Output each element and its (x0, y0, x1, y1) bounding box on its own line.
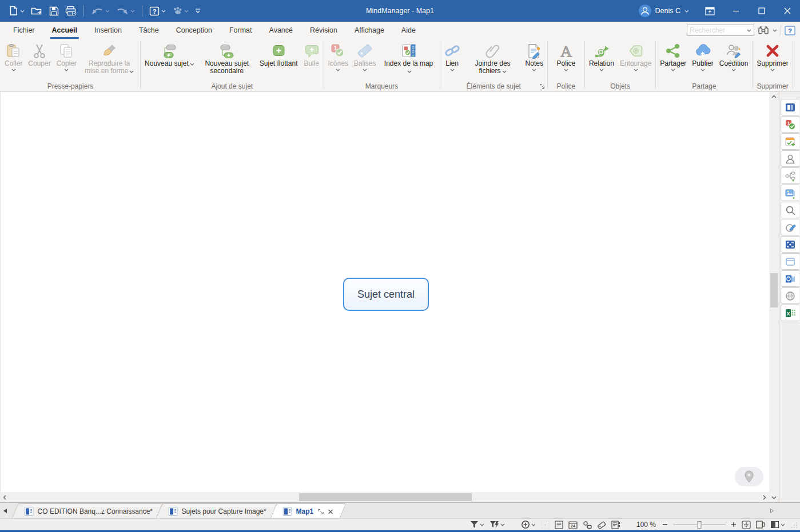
tab-fichier[interactable]: Fichier (5, 22, 43, 39)
copier-button[interactable]: Copier (54, 40, 79, 82)
tab-conception[interactable]: Conception (168, 22, 221, 39)
tab-insertion[interactable]: Insertion (86, 22, 130, 39)
zoom-slider-thumb[interactable] (698, 521, 702, 529)
redo-button[interactable] (113, 4, 138, 18)
coller-button[interactable]: Coller (2, 40, 25, 82)
tab-affichage[interactable]: Affichage (346, 22, 393, 39)
fit-map-button[interactable] (742, 521, 751, 529)
dots-square-button[interactable] (541, 521, 550, 529)
sujet-flottant-button[interactable]: Sujet flottant (257, 40, 300, 82)
coedition-button[interactable]: Coédition (717, 40, 751, 82)
search-options-chevron-icon[interactable] (773, 29, 777, 32)
new-document-button[interactable] (6, 3, 27, 18)
close-tab-button[interactable] (328, 509, 333, 514)
excel-panel-button[interactable]: X (781, 305, 799, 321)
vertical-scroll-thumb[interactable] (770, 273, 778, 307)
layout-button[interactable] (756, 521, 765, 529)
open-folder-button[interactable] (28, 4, 46, 18)
vertical-scrollbar[interactable] (769, 92, 779, 502)
tab-avance[interactable]: Avancé (261, 22, 301, 39)
tab-accueil[interactable]: Accueil (43, 22, 86, 39)
maximize-button[interactable] (749, 0, 774, 22)
markers-panel-button[interactable]: 1 (781, 116, 799, 133)
scroll-right-icon[interactable] (760, 492, 769, 502)
bulle-button[interactable]: Bulle (301, 40, 322, 82)
index-status-button[interactable] (611, 521, 620, 529)
dialog-launcher-icon[interactable] (539, 83, 545, 89)
resources-panel-button[interactable] (781, 150, 799, 167)
minimize-button[interactable] (723, 0, 749, 22)
scroll-left-icon[interactable] (0, 492, 9, 502)
tab-tache[interactable]: Tâche (130, 22, 168, 39)
notes-button[interactable]: Notes (523, 40, 546, 82)
capture-panel-button[interactable] (781, 236, 799, 253)
help-book-button[interactable]: ? (146, 4, 169, 18)
supprimer-button[interactable]: Supprimer (754, 40, 790, 82)
nouveau-sujet-button[interactable]: Nouveau sujet (142, 40, 197, 82)
entourage-button[interactable]: Entourage (618, 40, 654, 82)
document-tab-co-edition-banq-z-connaissance[interactable]: CO EDITION Banq...z Connaissance* (11, 503, 165, 518)
print-button[interactable] (62, 3, 79, 18)
horizontal-scrollbar[interactable] (0, 492, 769, 502)
icones-button[interactable]: 1Icônes (326, 40, 351, 82)
ribbon-display-options-button[interactable] (697, 0, 723, 22)
search-dropdown-icon[interactable] (745, 29, 754, 32)
outlook-panel-button[interactable] (781, 270, 799, 287)
relation-button[interactable]: Relation (587, 40, 616, 82)
document-tab-map1[interactable]: Map1 (270, 503, 346, 518)
close-button[interactable] (774, 0, 800, 22)
search-box[interactable] (687, 25, 754, 36)
lien-button[interactable]: Lien (442, 40, 463, 82)
zoom-slider[interactable] (673, 521, 726, 529)
search-input[interactable] (687, 26, 745, 34)
search-panel-button[interactable] (781, 202, 799, 218)
tab-aide[interactable]: Aide (393, 22, 424, 39)
advanced-search-button[interactable] (758, 26, 769, 35)
library-panel-button[interactable] (781, 185, 799, 201)
balises-button[interactable]: Balises (352, 40, 379, 82)
document-tab-sujets-pour-capture-image[interactable]: Sujets pour Capture Image* (156, 503, 280, 518)
police-button[interactable]: APolice (555, 40, 578, 82)
web-panel-button[interactable] (781, 287, 799, 304)
calendar-24-button[interactable]: 24 (568, 521, 578, 529)
customize-toolbar-button[interactable] (192, 6, 204, 16)
index-de-la-map-button[interactable]: Index de la map (380, 40, 438, 82)
joindre-des-fichiers-button[interactable]: Joindre des fichiers (464, 40, 522, 82)
power-filter-button[interactable] (489, 521, 505, 529)
help-button[interactable]: ? (785, 26, 795, 35)
horizontal-scroll-thumb[interactable] (299, 493, 472, 501)
circle-plus-button[interactable] (521, 520, 536, 529)
map-canvas[interactable]: Sujet central (0, 92, 769, 492)
tab-scroll-left-icon[interactable] (0, 503, 10, 518)
elements-button[interactable] (583, 521, 592, 529)
nouveau-sujet-secondaire-button[interactable]: Nouveau sujet secondaire (198, 40, 256, 82)
save-button[interactable] (46, 4, 62, 18)
scroll-up-icon[interactable] (769, 92, 779, 101)
ink-panel-button[interactable] (781, 219, 799, 235)
zoom-out-button[interactable] (662, 522, 668, 527)
zoom-in-button[interactable] (731, 522, 737, 527)
undo-button[interactable] (88, 4, 113, 18)
document-panel-button[interactable] (781, 99, 799, 115)
reproduire-la-mise-en-forme-button[interactable]: Reproduire la mise en forme (80, 40, 138, 82)
map-parts-panel-button[interactable] (781, 167, 799, 184)
resize-grip-button[interactable] (790, 521, 798, 529)
tab-scroll-right-icon[interactable] (767, 503, 777, 518)
window-panel-button[interactable] (781, 253, 799, 270)
scroll-down-icon[interactable] (769, 493, 779, 502)
notes-lines-button[interactable] (555, 521, 563, 529)
location-pin-button[interactable] (735, 467, 763, 486)
view-split-button[interactable] (770, 521, 785, 529)
paw-button[interactable] (169, 4, 192, 18)
publier-button[interactable]: Publier (690, 40, 715, 82)
central-topic[interactable]: Sujet central (343, 278, 429, 311)
partager-button[interactable]: Partager (658, 40, 688, 82)
couper-button[interactable]: Couper (26, 40, 53, 82)
account-menu[interactable]: Denis C (631, 5, 697, 17)
task-calendar-panel-button[interactable] (781, 133, 799, 150)
filter-button[interactable] (470, 521, 484, 529)
tab-format[interactable]: Format (221, 22, 261, 39)
tab-revision[interactable]: Révision (301, 22, 346, 39)
popout-button[interactable] (317, 508, 324, 514)
tag-status-button[interactable] (597, 521, 606, 529)
